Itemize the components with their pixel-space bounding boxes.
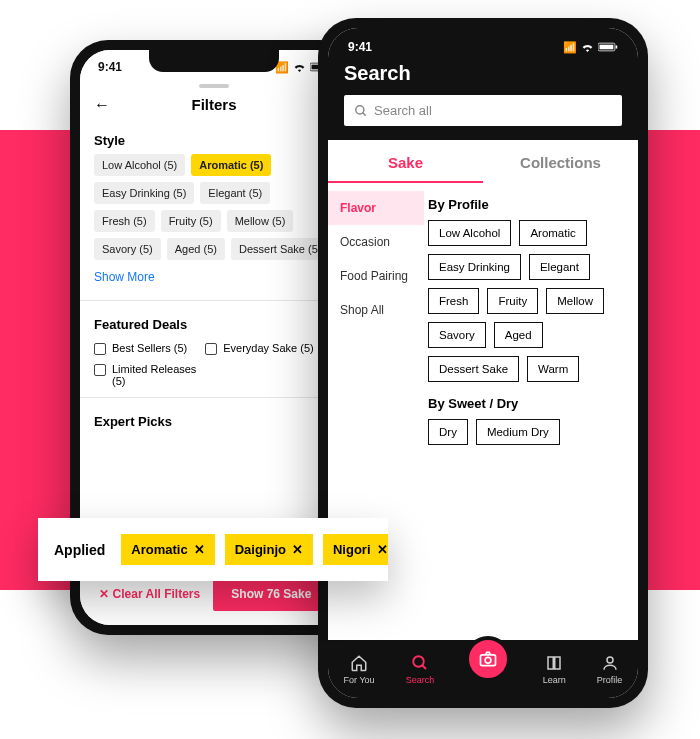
style-chips: Low Alcohol (5) Aromatic (5) Easy Drinki…: [80, 154, 348, 260]
book-icon: [545, 654, 563, 672]
phone-notch: [418, 28, 548, 50]
back-icon[interactable]: ←: [94, 96, 110, 114]
chip-fresh[interactable]: Fresh (5): [94, 210, 155, 232]
nav-label: Search: [406, 675, 435, 685]
sidebar-item-food-pairing[interactable]: Food Pairing: [328, 259, 424, 293]
rchip-elegant[interactable]: Elegant: [529, 254, 590, 280]
chip-dessert-sake[interactable]: Dessert Sake (5): [231, 238, 330, 260]
category-sidebar: Flavor Occasion Food Pairing Shop All: [328, 183, 424, 459]
search-icon: [411, 654, 429, 672]
chip-savory[interactable]: Savory (5): [94, 238, 161, 260]
close-icon[interactable]: ✕: [194, 542, 205, 557]
clear-filters-button[interactable]: ✕ Clear All Filters: [99, 587, 201, 601]
sidebar-item-flavor[interactable]: Flavor: [328, 191, 424, 225]
tab-sake[interactable]: Sake: [328, 140, 483, 183]
check-label: Best Sellers (5): [112, 342, 187, 354]
nav-label: For You: [344, 675, 375, 685]
nav-profile[interactable]: Profile: [597, 654, 623, 685]
group-title-profile: By Profile: [428, 197, 626, 212]
svg-rect-4: [600, 45, 614, 50]
phone-notch: [149, 50, 279, 72]
svg-point-11: [486, 657, 492, 663]
close-icon: ✕: [99, 587, 109, 601]
applied-chip-aromatic[interactable]: Aromatic✕: [121, 534, 214, 565]
sidebar-item-occasion[interactable]: Occasion: [328, 225, 424, 259]
section-title-featured: Featured Deals: [80, 307, 348, 338]
check-label: Everyday Sake (5): [223, 342, 313, 354]
rchip-easy-drinking[interactable]: Easy Drinking: [428, 254, 521, 280]
svg-point-6: [356, 105, 364, 113]
search-icon: [354, 104, 368, 118]
group-title-sweet-dry: By Sweet / Dry: [428, 396, 626, 411]
clear-label: Clear All Filters: [113, 587, 201, 601]
battery-icon: [598, 42, 618, 52]
rchip-aged[interactable]: Aged: [494, 322, 543, 348]
rchip-mellow[interactable]: Mellow: [546, 288, 604, 314]
person-icon: [601, 654, 619, 672]
check-label: Limited Releases (5): [112, 363, 204, 387]
camera-icon: [478, 649, 498, 669]
checkbox-icon: [205, 343, 217, 355]
applied-chip-nigori[interactable]: Nigori✕: [323, 534, 388, 565]
svg-line-7: [363, 112, 366, 115]
wifi-icon: [293, 62, 306, 72]
chip-easy-drinking[interactable]: Easy Drinking (5): [94, 182, 194, 204]
sweet-dry-chips: Dry Medium Dry: [428, 419, 626, 445]
chip-low-alcohol[interactable]: Low Alcohol (5): [94, 154, 185, 176]
rchip-fruity[interactable]: Fruity: [487, 288, 538, 314]
filters-title: Filters: [191, 96, 236, 113]
check-everyday-sake[interactable]: Everyday Sake (5): [205, 342, 313, 355]
home-icon: [350, 654, 368, 672]
search-body: Flavor Occasion Food Pairing Shop All By…: [328, 183, 638, 459]
rchip-dessert-sake[interactable]: Dessert Sake: [428, 356, 519, 382]
chip-mellow[interactable]: Mellow (5): [227, 210, 294, 232]
check-best-sellers[interactable]: Best Sellers (5): [94, 342, 187, 355]
rchip-low-alcohol[interactable]: Low Alcohol: [428, 220, 511, 246]
camera-fab[interactable]: [465, 636, 511, 682]
rchip-aromatic[interactable]: Aromatic: [519, 220, 586, 246]
rchip-fresh[interactable]: Fresh: [428, 288, 479, 314]
featured-checks: Best Sellers (5) Everyday Sake (5) Limit…: [80, 338, 348, 391]
category-main: By Profile Low Alcohol Aromatic Easy Dri…: [424, 183, 638, 459]
chip-aromatic[interactable]: Aromatic (5): [191, 154, 271, 176]
profile-chips: Low Alcohol Aromatic Easy Drinking Elega…: [428, 220, 626, 382]
nav-label: Learn: [543, 675, 566, 685]
rchip-dry[interactable]: Dry: [428, 419, 468, 445]
show-results-button[interactable]: Show 76 Sake: [213, 577, 329, 611]
show-more-link[interactable]: Show More: [80, 260, 348, 294]
chip-elegant[interactable]: Elegant (5): [200, 182, 270, 204]
divider: [80, 397, 348, 398]
phone-search: 9:41 📶 Search Search all Sake Collection…: [318, 18, 648, 708]
page-title: Search: [344, 62, 622, 85]
rchip-warm[interactable]: Warm: [527, 356, 579, 382]
checkbox-icon: [94, 343, 106, 355]
nav-for-you[interactable]: For You: [344, 654, 375, 685]
status-icons: 📶: [563, 41, 618, 54]
wifi-icon: [581, 42, 594, 52]
nav-label: Profile: [597, 675, 623, 685]
rchip-medium-dry[interactable]: Medium Dry: [476, 419, 560, 445]
rchip-savory[interactable]: Savory: [428, 322, 486, 348]
status-time: 9:41: [348, 40, 372, 54]
check-limited-releases[interactable]: Limited Releases (5): [94, 363, 204, 387]
sidebar-item-shop-all[interactable]: Shop All: [328, 293, 424, 327]
close-icon[interactable]: ✕: [292, 542, 303, 557]
svg-line-9: [422, 665, 426, 669]
applied-chip-daiginjo[interactable]: Daiginjo✕: [225, 534, 313, 565]
checkbox-icon: [94, 364, 106, 376]
nav-learn[interactable]: Learn: [543, 654, 566, 685]
svg-point-8: [413, 656, 424, 667]
tab-collections[interactable]: Collections: [483, 140, 638, 183]
close-icon[interactable]: ✕: [377, 542, 388, 557]
svg-rect-10: [481, 655, 496, 666]
svg-point-12: [607, 657, 613, 663]
nav-search[interactable]: Search: [406, 654, 435, 685]
filters-header: ← Filters: [80, 88, 348, 123]
search-tabs: Sake Collections: [328, 140, 638, 183]
divider: [80, 300, 348, 301]
applied-label: Applied: [54, 542, 105, 558]
search-input[interactable]: Search all: [344, 95, 622, 126]
chip-aged[interactable]: Aged (5): [167, 238, 225, 260]
chip-fruity[interactable]: Fruity (5): [161, 210, 221, 232]
section-title-expert: Expert Picks: [80, 404, 348, 435]
